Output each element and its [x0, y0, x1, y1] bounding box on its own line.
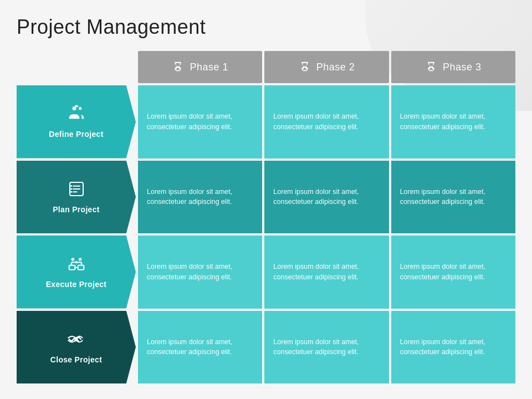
row-label-close: Close Project: [17, 311, 136, 384]
handshake-icon: [68, 330, 85, 351]
svg-point-0: [72, 107, 76, 111]
hourglass-icon-1: [172, 61, 184, 73]
slide: Project Management Phase 1 Phase 2 Phase…: [0, 0, 532, 399]
phase2-header: Phase 2: [264, 51, 388, 83]
phase1-header: Phase 1: [138, 51, 262, 83]
hourglass-icon-2: [299, 61, 311, 73]
phase3-header: Phase 3: [391, 51, 515, 83]
row-label-execute: Execute Project: [17, 236, 136, 309]
list-icon: [68, 180, 85, 201]
svg-rect-8: [70, 188, 72, 190]
svg-point-11: [79, 258, 81, 261]
meeting-icon: [68, 255, 85, 275]
cell-execute-phase1: Lorem ipsum dolor sit amet, consectetuer…: [138, 236, 262, 309]
svg-rect-12: [69, 265, 75, 270]
cell-define-phase1: Lorem ipsum dolor sit amet, consectetuer…: [138, 85, 262, 158]
svg-rect-13: [78, 265, 84, 270]
cell-close-phase3: Lorem ipsum dolor sit amet, consectetuer…: [391, 311, 515, 384]
cell-define-phase3: Lorem ipsum dolor sit amet, consectetuer…: [391, 85, 515, 158]
cell-close-phase2: Lorem ipsum dolor sit amet, consectetuer…: [264, 311, 388, 384]
cell-plan-phase2: Lorem ipsum dolor sit amet, consectetuer…: [264, 161, 388, 234]
svg-point-10: [71, 258, 74, 261]
main-grid: Phase 1 Phase 2 Phase 3: [17, 51, 515, 383]
cell-close-phase1: Lorem ipsum dolor sit amet, consectetuer…: [138, 311, 262, 384]
svg-point-15: [75, 262, 78, 264]
cell-define-phase2: Lorem ipsum dolor sit amet, consectetuer…: [264, 85, 388, 158]
svg-rect-7: [70, 185, 72, 187]
row-label-plan: Plan Project: [17, 161, 136, 234]
svg-rect-9: [70, 191, 72, 193]
row-label-define: Define Project: [17, 85, 136, 158]
page-title: Project Management: [17, 16, 515, 39]
cell-execute-phase3: Lorem ipsum dolor sit amet, consectetuer…: [391, 236, 515, 309]
cell-plan-phase3: Lorem ipsum dolor sit amet, consectetuer…: [391, 161, 515, 234]
people-icon: [68, 105, 85, 125]
hourglass-icon-3: [425, 61, 437, 73]
corner-cell: [17, 51, 136, 83]
svg-point-1: [79, 107, 81, 110]
cell-execute-phase2: Lorem ipsum dolor sit amet, consectetuer…: [264, 236, 388, 309]
cell-plan-phase1: Lorem ipsum dolor sit amet, consectetuer…: [138, 161, 262, 234]
